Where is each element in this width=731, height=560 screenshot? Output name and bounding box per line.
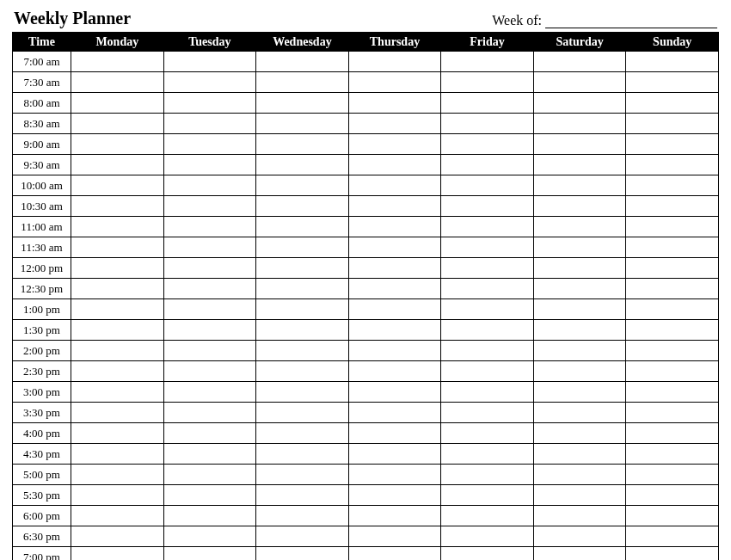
slot-cell[interactable] xyxy=(626,444,719,465)
slot-cell[interactable] xyxy=(163,361,256,382)
slot-cell[interactable] xyxy=(533,299,626,320)
slot-cell[interactable] xyxy=(533,361,626,382)
slot-cell[interactable] xyxy=(348,526,441,547)
slot-cell[interactable] xyxy=(441,547,534,561)
slot-cell[interactable] xyxy=(348,547,441,561)
slot-cell[interactable] xyxy=(533,279,626,299)
slot-cell[interactable] xyxy=(626,506,719,526)
slot-cell[interactable] xyxy=(71,114,164,134)
slot-cell[interactable] xyxy=(533,72,626,93)
slot-cell[interactable] xyxy=(441,279,534,299)
slot-cell[interactable] xyxy=(626,217,719,237)
slot-cell[interactable] xyxy=(533,403,626,423)
slot-cell[interactable] xyxy=(71,217,164,237)
slot-cell[interactable] xyxy=(163,175,256,196)
slot-cell[interactable] xyxy=(348,382,441,403)
slot-cell[interactable] xyxy=(71,134,164,155)
slot-cell[interactable] xyxy=(163,196,256,217)
slot-cell[interactable] xyxy=(256,134,349,155)
slot-cell[interactable] xyxy=(71,485,164,506)
slot-cell[interactable] xyxy=(256,175,349,196)
slot-cell[interactable] xyxy=(71,52,164,72)
slot-cell[interactable] xyxy=(626,382,719,403)
slot-cell[interactable] xyxy=(163,485,256,506)
slot-cell[interactable] xyxy=(626,423,719,444)
slot-cell[interactable] xyxy=(163,526,256,547)
slot-cell[interactable] xyxy=(348,279,441,299)
slot-cell[interactable] xyxy=(441,93,534,114)
slot-cell[interactable] xyxy=(441,341,534,361)
slot-cell[interactable] xyxy=(441,361,534,382)
slot-cell[interactable] xyxy=(626,237,719,258)
slot-cell[interactable] xyxy=(626,93,719,114)
slot-cell[interactable] xyxy=(163,237,256,258)
slot-cell[interactable] xyxy=(163,217,256,237)
slot-cell[interactable] xyxy=(626,52,719,72)
slot-cell[interactable] xyxy=(163,444,256,465)
slot-cell[interactable] xyxy=(533,217,626,237)
slot-cell[interactable] xyxy=(533,114,626,134)
slot-cell[interactable] xyxy=(441,72,534,93)
slot-cell[interactable] xyxy=(348,196,441,217)
slot-cell[interactable] xyxy=(533,341,626,361)
slot-cell[interactable] xyxy=(533,444,626,465)
slot-cell[interactable] xyxy=(533,175,626,196)
slot-cell[interactable] xyxy=(348,506,441,526)
slot-cell[interactable] xyxy=(71,196,164,217)
slot-cell[interactable] xyxy=(626,299,719,320)
slot-cell[interactable] xyxy=(626,72,719,93)
slot-cell[interactable] xyxy=(163,403,256,423)
slot-cell[interactable] xyxy=(348,217,441,237)
slot-cell[interactable] xyxy=(626,258,719,279)
slot-cell[interactable] xyxy=(441,237,534,258)
slot-cell[interactable] xyxy=(626,155,719,175)
slot-cell[interactable] xyxy=(71,320,164,341)
slot-cell[interactable] xyxy=(533,547,626,561)
slot-cell[interactable] xyxy=(441,465,534,485)
slot-cell[interactable] xyxy=(626,547,719,561)
slot-cell[interactable] xyxy=(163,279,256,299)
slot-cell[interactable] xyxy=(71,72,164,93)
slot-cell[interactable] xyxy=(533,258,626,279)
slot-cell[interactable] xyxy=(71,299,164,320)
slot-cell[interactable] xyxy=(71,258,164,279)
slot-cell[interactable] xyxy=(533,526,626,547)
slot-cell[interactable] xyxy=(533,423,626,444)
slot-cell[interactable] xyxy=(533,485,626,506)
slot-cell[interactable] xyxy=(256,237,349,258)
slot-cell[interactable] xyxy=(71,444,164,465)
slot-cell[interactable] xyxy=(533,52,626,72)
slot-cell[interactable] xyxy=(348,485,441,506)
slot-cell[interactable] xyxy=(626,403,719,423)
slot-cell[interactable] xyxy=(348,72,441,93)
slot-cell[interactable] xyxy=(256,155,349,175)
slot-cell[interactable] xyxy=(441,114,534,134)
slot-cell[interactable] xyxy=(163,52,256,72)
slot-cell[interactable] xyxy=(256,361,349,382)
slot-cell[interactable] xyxy=(256,196,349,217)
slot-cell[interactable] xyxy=(441,175,534,196)
slot-cell[interactable] xyxy=(533,382,626,403)
slot-cell[interactable] xyxy=(348,403,441,423)
slot-cell[interactable] xyxy=(71,237,164,258)
slot-cell[interactable] xyxy=(256,52,349,72)
slot-cell[interactable] xyxy=(441,217,534,237)
slot-cell[interactable] xyxy=(533,465,626,485)
slot-cell[interactable] xyxy=(256,114,349,134)
week-of-input-line[interactable] xyxy=(545,13,717,28)
slot-cell[interactable] xyxy=(441,485,534,506)
slot-cell[interactable] xyxy=(441,526,534,547)
slot-cell[interactable] xyxy=(348,320,441,341)
slot-cell[interactable] xyxy=(348,258,441,279)
slot-cell[interactable] xyxy=(256,423,349,444)
slot-cell[interactable] xyxy=(533,506,626,526)
slot-cell[interactable] xyxy=(163,258,256,279)
slot-cell[interactable] xyxy=(163,93,256,114)
slot-cell[interactable] xyxy=(348,52,441,72)
slot-cell[interactable] xyxy=(626,279,719,299)
slot-cell[interactable] xyxy=(348,237,441,258)
slot-cell[interactable] xyxy=(441,506,534,526)
slot-cell[interactable] xyxy=(163,299,256,320)
slot-cell[interactable] xyxy=(348,465,441,485)
slot-cell[interactable] xyxy=(441,423,534,444)
